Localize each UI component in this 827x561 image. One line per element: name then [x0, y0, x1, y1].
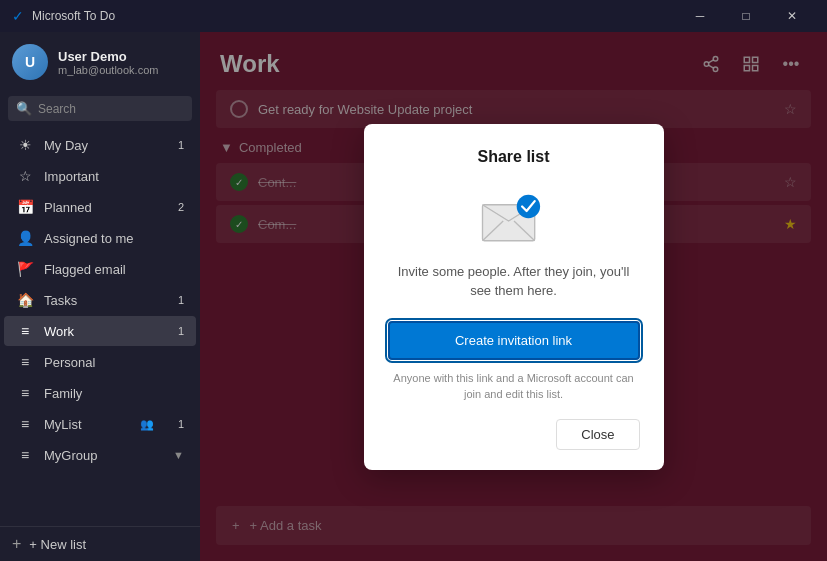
sidebar-item-planned[interactable]: 📅 Planned 2 [4, 192, 196, 222]
avatar: U [12, 44, 48, 80]
user-section[interactable]: U User Demo m_lab@outlook.com [0, 32, 200, 92]
new-list-button[interactable]: + + New list [0, 526, 200, 561]
create-invitation-link-button[interactable]: Create invitation link [388, 321, 640, 360]
app-logo-icon: ✓ [12, 8, 24, 24]
sidebar-item-personal[interactable]: ≡ Personal [4, 347, 196, 377]
calendar-icon: 📅 [16, 199, 34, 215]
home-icon: 🏠 [16, 292, 34, 308]
search-input[interactable] [38, 102, 184, 116]
list-icon: ≡ [16, 447, 34, 463]
sidebar-item-my-day[interactable]: ☀ My Day 1 [4, 130, 196, 160]
sun-icon: ☀ [16, 137, 34, 153]
svg-point-12 [516, 194, 539, 217]
chevron-down-icon: ▼ [173, 449, 184, 461]
sidebar-item-assigned[interactable]: 👤 Assigned to me [4, 223, 196, 253]
sidebar: U User Demo m_lab@outlook.com 🔍 ☀ My Day… [0, 32, 200, 561]
sidebar-item-tasks[interactable]: 🏠 Tasks 1 [4, 285, 196, 315]
list-icon: ≡ [16, 323, 34, 339]
user-name: User Demo [58, 49, 158, 64]
modal-title: Share list [477, 148, 549, 166]
sidebar-item-mygroup[interactable]: ≡ MyGroup ▼ [4, 440, 196, 470]
search-icon: 🔍 [16, 101, 32, 116]
list-icon: ≡ [16, 354, 34, 370]
link-note: Anyone with this link and a Microsoft ac… [388, 370, 640, 403]
new-list-label: + New list [29, 537, 86, 552]
title-bar: ✓ Microsoft To Do ─ □ ✕ [0, 0, 827, 32]
person-icon: 👤 [16, 230, 34, 246]
plus-icon: + [12, 535, 21, 553]
main-content: Work ••• Get ready for Website Update pr… [200, 32, 827, 561]
close-button[interactable]: ✕ [769, 0, 815, 32]
list-icon: ≡ [16, 416, 34, 432]
sidebar-item-work[interactable]: ≡ Work 1 [4, 316, 196, 346]
flag-icon: 🚩 [16, 261, 34, 277]
star-icon: ☆ [16, 168, 34, 184]
app-body: U User Demo m_lab@outlook.com 🔍 ☀ My Day… [0, 32, 827, 561]
nav-list: ☀ My Day 1 ☆ Important 📅 Planned 2 👤 Ass… [0, 129, 200, 526]
window-controls: ─ □ ✕ [677, 0, 815, 32]
minimize-button[interactable]: ─ [677, 0, 723, 32]
envelope-illustration [478, 186, 550, 246]
sidebar-item-important[interactable]: ☆ Important [4, 161, 196, 191]
title-bar-left: ✓ Microsoft To Do [12, 8, 115, 24]
modal-description: Invite some people. After they join, you… [388, 262, 640, 301]
sidebar-item-family[interactable]: ≡ Family [4, 378, 196, 408]
sidebar-item-flagged[interactable]: 🚩 Flagged email [4, 254, 196, 284]
search-box[interactable]: 🔍 [8, 96, 192, 121]
close-modal-button[interactable]: Close [556, 419, 639, 450]
maximize-button[interactable]: □ [723, 0, 769, 32]
user-info: User Demo m_lab@outlook.com [58, 49, 158, 76]
app-title: Microsoft To Do [32, 9, 115, 23]
shared-icon: 👥 [140, 418, 154, 431]
sidebar-item-mylist[interactable]: ≡ MyList 👥 1 [4, 409, 196, 439]
share-list-modal: Share list Invite some people. After the… [364, 124, 664, 470]
list-icon: ≡ [16, 385, 34, 401]
modal-overlay: Share list Invite some people. After the… [200, 32, 827, 561]
user-email: m_lab@outlook.com [58, 64, 158, 76]
